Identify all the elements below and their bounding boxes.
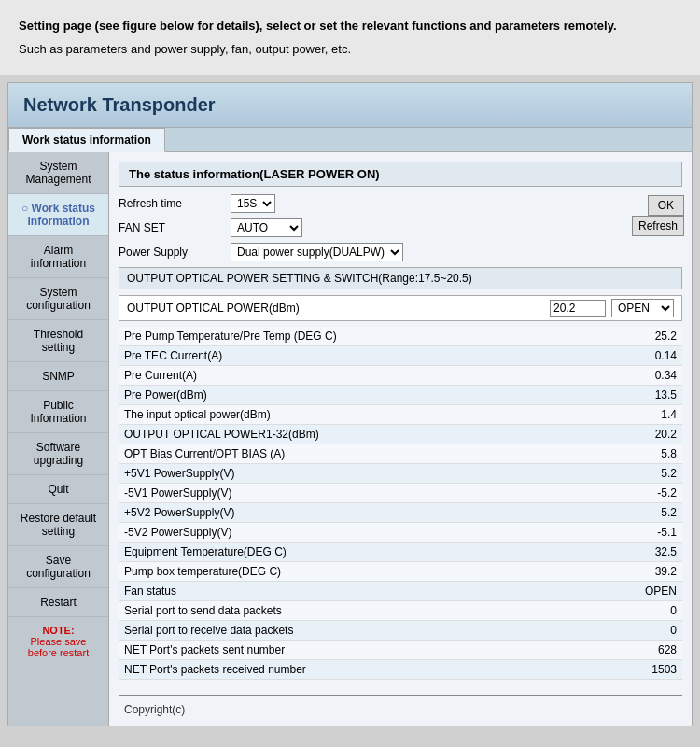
refresh-time-select[interactable]: 15S 5S 10S 30S 60S — [231, 194, 275, 213]
table-row: Pre TEC Current(A)0.14 — [119, 345, 682, 365]
table-row: Fan statusOPEN — [119, 581, 682, 600]
table-row: Serial port to receive data packets0 — [119, 620, 682, 640]
output-power-label: OUTPUT OPTICAL POWER(dBm) — [127, 302, 550, 315]
refresh-time-label: Refresh time — [119, 197, 231, 210]
row-label: Pre TEC Current(A) — [119, 345, 608, 365]
table-row: -5V1 PowerSupply(V)-5.2 — [119, 483, 682, 502]
status-title: The status information(LASER POWER ON) — [119, 162, 682, 187]
sidebar-item-software[interactable]: Software upgrading — [8, 433, 108, 475]
row-value: 0.14 — [608, 345, 682, 365]
row-label: -5V2 PowerSupply(V) — [119, 522, 608, 542]
table-row: Pre Power(dBm)13.5 — [119, 385, 682, 404]
table-row: Pump box temperature(DEG C)39.2 — [119, 561, 682, 581]
table-row: Equipment Temperature(DEG C)32.5 — [119, 542, 682, 561]
row-value: -5.1 — [608, 522, 682, 542]
sidebar-item-threshold[interactable]: Threshold setting — [8, 320, 108, 362]
row-label: NET Port's packets sent number — [119, 640, 608, 659]
row-value: 1503 — [608, 659, 682, 679]
row-value: 25.2 — [608, 327, 682, 346]
row-label: Fan status — [119, 581, 608, 600]
row-value: 0.34 — [608, 365, 682, 385]
main-wrapper: Network Transponder Work status informat… — [0, 75, 700, 745]
tab-work-status[interactable]: Work status information — [8, 128, 165, 152]
row-label: Serial port to send data packets — [119, 600, 608, 620]
row-value: 5.2 — [608, 502, 682, 522]
table-row: -5V2 PowerSupply(V)-5.1 — [119, 522, 682, 542]
fan-set-label: FAN SET — [119, 221, 231, 234]
sidebar: System Management ○ Work status informat… — [8, 152, 109, 726]
sidebar-item-system-management[interactable]: System Management — [8, 152, 108, 194]
row-value: -5.2 — [608, 483, 682, 502]
table-row: Pre Pump Temperature/Pre Temp (DEG C)25.… — [119, 327, 682, 346]
sidebar-item-quit[interactable]: Quit — [8, 475, 108, 504]
row-label: Serial port to receive data packets — [119, 620, 608, 640]
row-value: OPEN — [608, 581, 682, 600]
output-power-input[interactable] — [550, 300, 606, 317]
row-label: Pre Pump Temperature/Pre Temp (DEG C) — [119, 327, 608, 346]
table-row: NET Port's packets received number1503 — [119, 659, 682, 679]
refresh-button[interactable]: Refresh — [632, 216, 684, 236]
content-area: System Management ○ Work status informat… — [8, 152, 692, 726]
table-row: OPT Bias Current/OPT BIAS (A)5.8 — [119, 444, 682, 463]
row-value: 1.4 — [608, 404, 682, 424]
row-label: +5V2 PowerSupply(V) — [119, 502, 608, 522]
sidebar-item-system-config[interactable]: System configuration — [8, 278, 108, 320]
row-value: 0 — [608, 620, 682, 640]
table-row: Pre Current(A)0.34 — [119, 365, 682, 385]
sidebar-item-restore[interactable]: Restore default setting — [8, 504, 108, 546]
power-supply-label: Power Supply — [119, 246, 231, 259]
sidebar-item-restart[interactable]: Restart — [8, 588, 108, 617]
row-value: 39.2 — [608, 561, 682, 581]
row-value: 5.8 — [608, 444, 682, 463]
fan-set-row: FAN SET AUTO MANUAL — [119, 218, 682, 237]
desc-line1: Setting page (see figure below for detai… — [19, 19, 617, 33]
output-power-row: OUTPUT OPTICAL POWER(dBm) OPEN CLOSE — [119, 295, 682, 321]
row-value: 5.2 — [608, 463, 682, 483]
copyright: Copyright(c) — [119, 695, 682, 716]
desc-line2: Such as parameters and power supply, fan… — [19, 40, 681, 60]
refresh-time-row: Refresh time 15S 5S 10S 30S 60S — [119, 194, 682, 213]
row-label: NET Port's packets received number — [119, 659, 608, 679]
row-value: 13.5 — [608, 385, 682, 404]
sidebar-item-alarm[interactable]: Alarm information — [8, 236, 108, 278]
sidebar-item-snmp[interactable]: SNMP — [8, 362, 108, 391]
sidebar-item-save-config[interactable]: Save configuration — [8, 546, 108, 588]
fan-set-select[interactable]: AUTO MANUAL — [231, 218, 302, 237]
row-value: 0 — [608, 600, 682, 620]
power-supply-row: Power Supply Dual power supply(DUALPW) S… — [119, 243, 682, 261]
row-label: The input optical power(dBm) — [119, 404, 608, 424]
power-supply-select[interactable]: Dual power supply(DUALPW) Single power s… — [231, 243, 403, 261]
row-label: -5V1 PowerSupply(V) — [119, 483, 608, 502]
row-label: Equipment Temperature(DEG C) — [119, 542, 608, 561]
table-row: +5V1 PowerSupply(V)5.2 — [119, 463, 682, 483]
sidebar-note: NOTE: Please save before restart — [8, 617, 108, 666]
main-content: OK Refresh The status information(LASER … — [109, 152, 692, 726]
row-value: 32.5 — [608, 542, 682, 561]
table-row: +5V2 PowerSupply(V)5.2 — [119, 502, 682, 522]
data-table: Pre Pump Temperature/Pre Temp (DEG C)25.… — [119, 327, 682, 680]
row-label: Pre Power(dBm) — [119, 385, 608, 404]
panel-title: Network Transponder — [8, 83, 692, 128]
table-row: The input optical power(dBm)1.4 — [119, 404, 682, 424]
tab-bar: Work status information — [8, 128, 692, 152]
row-label: OUTPUT OPTICAL POWER1-32(dBm) — [119, 424, 608, 444]
row-label: +5V1 PowerSupply(V) — [119, 463, 608, 483]
table-row: NET Port's packets sent number628 — [119, 640, 682, 659]
sidebar-item-work-status[interactable]: ○ Work status information — [8, 194, 108, 236]
table-row: OUTPUT OPTICAL POWER1-32(dBm)20.2 — [119, 424, 682, 444]
output-switch-select[interactable]: OPEN CLOSE — [611, 299, 674, 317]
row-label: OPT Bias Current/OPT BIAS (A) — [119, 444, 608, 463]
row-value: 20.2 — [608, 424, 682, 444]
row-value: 628 — [608, 640, 682, 659]
ok-button[interactable]: OK — [648, 195, 684, 216]
top-description: Setting page (see figure below for detai… — [0, 0, 700, 75]
panel: Network Transponder Work status informat… — [7, 82, 693, 726]
table-row: Serial port to send data packets0 — [119, 600, 682, 620]
sidebar-item-public-info[interactable]: Public Information — [8, 391, 108, 433]
row-label: Pre Current(A) — [119, 365, 608, 385]
output-header: OUTPUT OPTICAL POWER SETTING & SWITCH(Ra… — [119, 267, 682, 289]
row-label: Pump box temperature(DEG C) — [119, 561, 608, 581]
